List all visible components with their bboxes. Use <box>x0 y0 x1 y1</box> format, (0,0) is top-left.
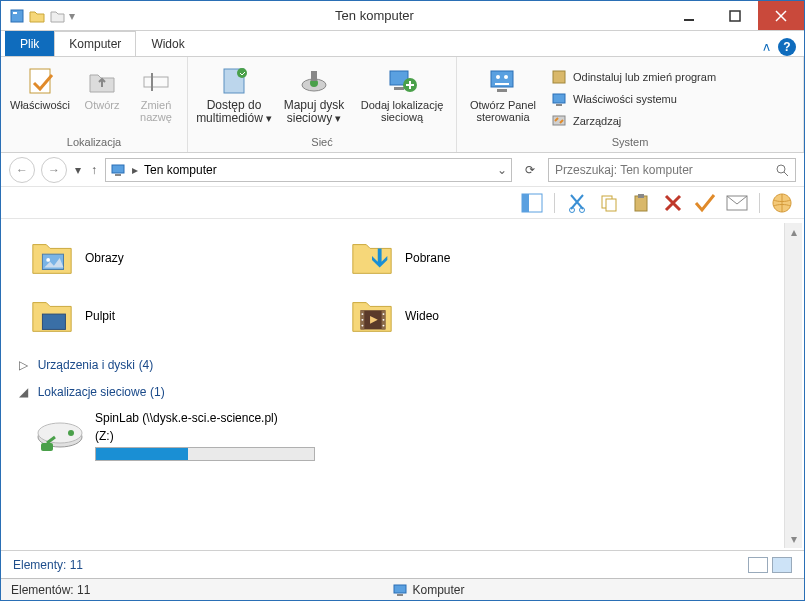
content-pane: Obrazy Pobrane Pulpit Wideo ▷ Urządzenia… <box>15 223 780 548</box>
vertical-scrollbar[interactable]: ▴ ▾ <box>784 223 802 548</box>
ribbon-group-location: Właściwości Otwórz Zmień nazwę Lokalizac… <box>1 57 188 152</box>
folder-pulpit[interactable]: Pulpit <box>19 287 339 345</box>
control-panel-button[interactable]: Otwórz Panel sterowania <box>463 63 543 125</box>
folder-pobrane[interactable]: Pobrane <box>339 229 659 287</box>
section-devices[interactable]: ▷ Urządzenia i dyski (4) <box>15 351 780 378</box>
folder-wideo[interactable]: Wideo <box>339 287 659 345</box>
svg-point-40 <box>46 258 50 262</box>
shell-icon[interactable] <box>770 191 794 215</box>
svg-rect-57 <box>397 594 403 596</box>
breadcrumb-location[interactable]: Ten komputer <box>144 163 217 177</box>
manage-button[interactable]: Zarządzaj <box>547 111 720 131</box>
cut-icon[interactable] <box>565 191 589 215</box>
maximize-button[interactable] <box>712 1 758 30</box>
folders-grid: Obrazy Pobrane Pulpit Wideo <box>15 223 780 351</box>
folder-obrazy[interactable]: Obrazy <box>19 229 339 287</box>
toolbar-separator <box>759 193 760 213</box>
map-drive-icon <box>298 65 330 97</box>
svg-rect-26 <box>112 165 124 173</box>
address-dropdown-icon[interactable]: ⌄ <box>497 163 507 177</box>
rename-button[interactable]: Zmień nazwę <box>131 63 181 125</box>
scroll-up-icon[interactable]: ▴ <box>791 225 797 239</box>
ribbon-tab-row: Plik Komputer Widok ʌ ? <box>1 31 804 57</box>
tab-file[interactable]: Plik <box>5 31 54 56</box>
search-box[interactable]: Przeszukaj: Ten komputer <box>548 158 796 182</box>
control-panel-icon <box>487 65 519 97</box>
ribbon-collapse-icon[interactable]: ʌ <box>763 40 770 54</box>
svg-point-46 <box>361 319 363 321</box>
close-button[interactable] <box>758 1 804 30</box>
recent-locations-dropdown[interactable]: ▾ <box>73 163 83 177</box>
svg-point-47 <box>361 325 363 327</box>
view-details-button[interactable] <box>748 557 768 573</box>
view-tiles-button[interactable] <box>772 557 792 573</box>
status-computer: Komputer <box>393 583 465 597</box>
tab-view[interactable]: Widok <box>136 31 199 56</box>
media-access-button[interactable]: Dostęp do multimediów ▾ <box>194 63 274 127</box>
window-buttons <box>666 1 804 30</box>
search-placeholder: Przeszukaj: Ten komputer <box>555 163 775 177</box>
svg-point-48 <box>383 313 385 315</box>
svg-rect-20 <box>495 83 509 85</box>
qat-undo-icon[interactable] <box>49 8 65 24</box>
uninstall-button[interactable]: Odinstaluj lub zmień program <box>547 67 720 87</box>
paste-icon[interactable] <box>629 191 653 215</box>
network-drive-item[interactable]: SpinLab (\\dysk.e-sci.e-science.pl) (Z:) <box>15 405 780 467</box>
address-bar[interactable]: ▸ Ten komputer ⌄ <box>105 158 512 182</box>
svg-point-52 <box>38 423 82 443</box>
map-drive-button[interactable]: Mapuj dysk sieciowy ▾ <box>278 63 350 127</box>
ribbon-group-network: Dostęp do multimediów ▾ Mapuj dysk sieci… <box>188 57 457 152</box>
forward-button[interactable]: → <box>41 157 67 183</box>
scroll-down-icon[interactable]: ▾ <box>791 532 797 546</box>
tab-computer[interactable]: Komputer <box>54 31 136 56</box>
ribbon-group-system: Otwórz Panel sterowania Odinstaluj lub z… <box>457 57 804 152</box>
qat-properties-icon[interactable] <box>9 8 25 24</box>
system-small-buttons: Odinstaluj lub zmień program Właściwości… <box>547 63 720 131</box>
svg-rect-24 <box>556 104 562 106</box>
qat-separator: ▾ <box>69 9 75 23</box>
svg-rect-35 <box>606 199 616 211</box>
svg-rect-41 <box>42 314 65 329</box>
ribbon: Właściwości Otwórz Zmień nazwę Lokalizac… <box>1 57 804 153</box>
svg-rect-31 <box>522 194 529 212</box>
storage-bar-fill <box>96 448 188 460</box>
refresh-button[interactable]: ⟳ <box>518 158 542 182</box>
qat-newfolder-icon[interactable] <box>29 8 45 24</box>
svg-rect-21 <box>497 89 507 92</box>
folder-label: Wideo <box>405 309 439 323</box>
network-drive-icon <box>35 411 85 455</box>
bottom-status-bar: Elementów: 11 Komputer <box>1 578 804 600</box>
view-switcher <box>748 557 792 573</box>
add-netloc-icon <box>386 65 418 97</box>
minimize-button[interactable] <box>666 1 712 30</box>
back-button[interactable]: ← <box>9 157 35 183</box>
delete-icon[interactable] <box>661 191 685 215</box>
folder-icon <box>29 293 75 339</box>
window-title: Ten komputer <box>83 8 666 23</box>
properties-button[interactable]: Właściwości <box>7 63 73 113</box>
check-icon[interactable] <box>693 191 717 215</box>
copy-icon[interactable] <box>597 191 621 215</box>
folder-label: Pulpit <box>85 309 115 323</box>
help-icon[interactable]: ? <box>778 38 796 56</box>
add-netloc-button[interactable]: Dodaj lokalizację sieciową <box>354 63 450 125</box>
up-button[interactable]: ↑ <box>89 163 99 177</box>
status-elements-2: Elementów: 11 <box>11 583 90 597</box>
sys-props-button[interactable]: Właściwości systemu <box>547 89 720 109</box>
svg-rect-54 <box>41 443 53 451</box>
folder-label: Obrazy <box>85 251 124 265</box>
network-drive-letter: (Z:) <box>95 429 355 443</box>
rename-icon <box>140 65 172 97</box>
expand-arrow-icon: ◢ <box>19 385 28 399</box>
storage-bar <box>95 447 315 461</box>
section-netloc[interactable]: ◢ Lokalizacje sieciowe (1) <box>15 378 780 405</box>
sys-props-icon <box>551 91 567 107</box>
computer-icon <box>110 162 126 178</box>
svg-rect-27 <box>115 174 121 176</box>
open-button[interactable]: Otwórz <box>77 63 127 113</box>
panes-icon[interactable] <box>520 191 544 215</box>
svg-rect-7 <box>144 77 168 87</box>
mail-icon[interactable] <box>725 191 749 215</box>
svg-point-50 <box>383 325 385 327</box>
svg-point-53 <box>68 430 74 436</box>
